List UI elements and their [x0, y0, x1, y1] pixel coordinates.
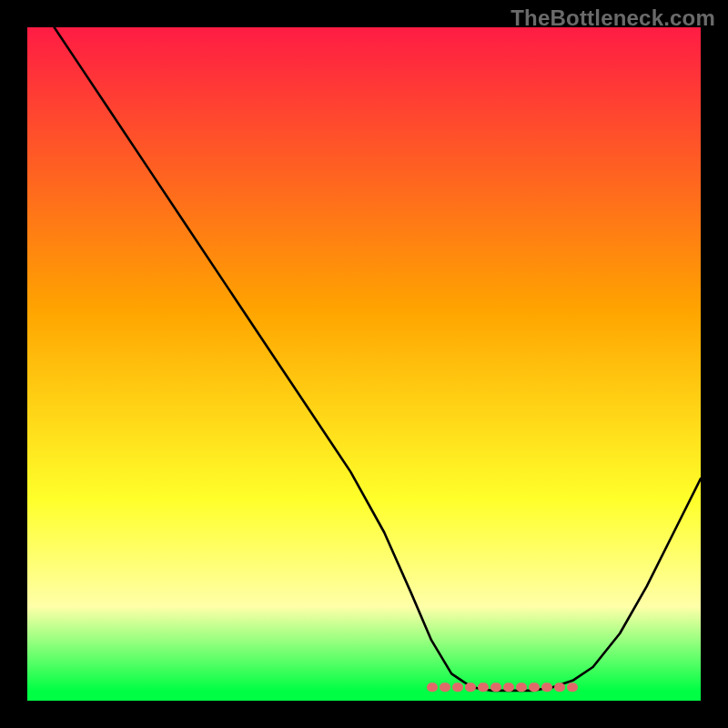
watermark-text: TheBottleneck.com — [511, 5, 715, 31]
plot-area — [27, 27, 701, 701]
background-gradient — [27, 27, 701, 701]
chart-stage: TheBottleneck.com — [0, 0, 728, 728]
gradient-rect — [27, 27, 701, 701]
